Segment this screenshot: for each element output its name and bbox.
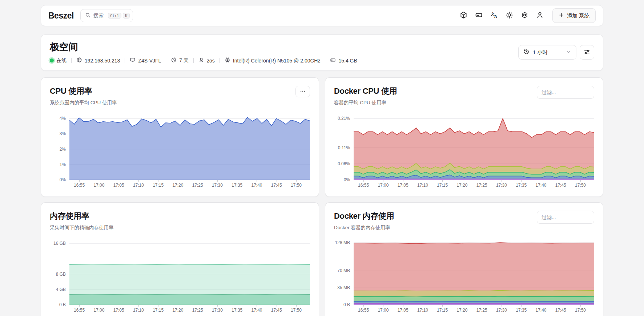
search-placeholder: 搜索 bbox=[93, 12, 104, 19]
x-axis-tick bbox=[99, 305, 99, 307]
x-axis-label: 17:30 bbox=[212, 308, 223, 313]
docker-memory-chart: 128 MB70 MB35 MB0 B 16:5517:0017:0517:10… bbox=[334, 241, 594, 314]
containers-button[interactable] bbox=[457, 9, 470, 22]
system-memory: 15.4 GB bbox=[325, 57, 362, 64]
x-axis-tick bbox=[237, 180, 237, 182]
chart-plot-area bbox=[69, 241, 310, 305]
chart-options-button[interactable] bbox=[580, 45, 594, 60]
y-axis-label: 0.11% bbox=[338, 145, 350, 150]
search-input[interactable]: 搜索 Ctrl K bbox=[80, 9, 133, 22]
x-axis-tick bbox=[580, 305, 581, 307]
history-icon bbox=[523, 49, 530, 56]
systems-button[interactable] bbox=[472, 9, 486, 22]
card-subtitle: Docker 容器的内存使用率 bbox=[334, 224, 394, 231]
y-axis-label: 35 MB bbox=[337, 285, 350, 290]
svg-text:A: A bbox=[494, 14, 497, 19]
x-axis-label: 16:55 bbox=[74, 308, 85, 313]
docker-cpu-filter-input[interactable] bbox=[537, 86, 594, 99]
y-axis-label: 0.21% bbox=[338, 116, 350, 121]
theme-button[interactable] bbox=[503, 9, 516, 22]
x-axis-tick bbox=[482, 180, 482, 182]
status-badge: 在线 bbox=[50, 57, 71, 64]
time-range-select[interactable]: 1 小时 bbox=[518, 45, 576, 60]
card-memory-usage: 内存使用率 采集时间下的精确内存使用率 16 GB8 GB4 GB0 B 16:… bbox=[41, 202, 319, 316]
x-axis-tick bbox=[198, 305, 198, 307]
x-axis-tick bbox=[363, 180, 364, 182]
y-axis-label: 8 GB bbox=[56, 272, 66, 277]
x-axis-tick bbox=[158, 305, 158, 307]
x-axis-label: 17:15 bbox=[437, 308, 448, 313]
x-axis-label: 17:15 bbox=[153, 308, 164, 313]
system-hostname: Z4S-VJFL bbox=[125, 57, 166, 64]
user-button[interactable] bbox=[534, 9, 547, 22]
system-header: 极空间 在线 192.168.50.213 bbox=[41, 35, 603, 71]
system-cpu-model: Intel(R) Celeron(R) N5105 @ 2.00GHz bbox=[220, 57, 325, 64]
x-axis-label: 17:00 bbox=[378, 308, 389, 313]
x-axis-tick bbox=[296, 305, 297, 307]
add-system-button[interactable]: 添加 系统 bbox=[552, 8, 596, 23]
x-axis-tick bbox=[363, 305, 364, 307]
y-axis-label: 0.06% bbox=[338, 161, 350, 166]
x-axis-tick bbox=[237, 305, 237, 307]
x-axis-tick bbox=[119, 180, 119, 182]
card-subtitle: 系统范围内的平均 CPU 使用率 bbox=[50, 100, 117, 106]
memory-usage-chart: 16 GB8 GB4 GB0 B 16:5517:0017:0517:1017:… bbox=[50, 241, 310, 314]
header-controls: 1 小时 bbox=[518, 45, 594, 60]
x-axis-tick bbox=[462, 305, 462, 307]
x-axis-tick bbox=[79, 180, 80, 182]
y-axis-label: 4 GB bbox=[56, 287, 66, 292]
kbd-ctrl: Ctrl bbox=[108, 13, 121, 19]
clock-icon bbox=[171, 57, 177, 64]
cpu-more-options-button[interactable] bbox=[295, 86, 310, 97]
x-axis-label: 17:00 bbox=[93, 183, 104, 188]
plus-icon bbox=[559, 12, 564, 19]
settings-button[interactable] bbox=[518, 9, 531, 22]
y-axis-label: 128 MB bbox=[335, 240, 350, 245]
x-axis-label: 17:20 bbox=[456, 308, 467, 313]
containers-icon bbox=[460, 11, 467, 20]
theme-sun-icon bbox=[506, 11, 513, 20]
docker-memory-filter-input[interactable] bbox=[537, 211, 594, 224]
y-axis: 4%3%2%1%0% bbox=[50, 116, 69, 180]
card-title: CPU 使用率 bbox=[50, 86, 117, 97]
card-title: Docker CPU 使用 bbox=[334, 86, 397, 97]
x-axis-label: 17:50 bbox=[291, 308, 302, 313]
x-axis-label: 17:40 bbox=[535, 183, 546, 188]
x-axis-tick bbox=[79, 305, 80, 307]
x-axis-label: 17:35 bbox=[232, 183, 242, 188]
x-axis-tick bbox=[403, 180, 403, 182]
system-meta: 在线 192.168.50.213 Z4S-VJFL bbox=[50, 57, 362, 64]
settings-gear-icon bbox=[521, 11, 528, 20]
language-icon: 文A bbox=[490, 11, 498, 20]
x-axis-tick bbox=[383, 180, 383, 182]
system-uptime: 7 天 bbox=[166, 57, 193, 64]
hostname-value: Z4S-VJFL bbox=[138, 58, 161, 64]
x-axis-label: 17:20 bbox=[172, 183, 183, 188]
x-axis-label: 17:45 bbox=[271, 308, 282, 313]
x-axis-tick bbox=[502, 305, 502, 307]
x-axis-label: 17:25 bbox=[476, 183, 487, 188]
x-axis-label: 17:25 bbox=[476, 308, 487, 313]
x-axis-tick bbox=[257, 305, 257, 307]
sliders-icon bbox=[584, 49, 590, 56]
y-axis-label: 0% bbox=[60, 177, 66, 182]
x-axis-label: 16:55 bbox=[358, 308, 369, 313]
x-axis-label: 17:50 bbox=[575, 308, 586, 313]
monitor-icon bbox=[130, 57, 136, 64]
x-axis-tick bbox=[277, 305, 277, 307]
x-axis-label: 17:05 bbox=[113, 308, 124, 313]
x-axis-tick bbox=[138, 180, 139, 182]
x-axis-tick bbox=[217, 180, 218, 182]
y-axis: 0.21%0.11%0.06%0% bbox=[334, 116, 354, 180]
y-axis-label: 70 MB bbox=[337, 268, 350, 273]
card-docker-memory: Docker 内存使用 Docker 容器的内存使用率 128 MB70 MB3… bbox=[325, 202, 603, 316]
x-axis-tick bbox=[277, 180, 277, 182]
x-axis-label: 17:10 bbox=[417, 183, 428, 188]
chart-plot-area bbox=[69, 116, 310, 180]
language-button[interactable]: 文A bbox=[488, 9, 501, 22]
status-label: 在线 bbox=[56, 57, 67, 64]
top-navbar: Beszel 搜索 Ctrl K bbox=[41, 5, 603, 26]
ellipsis-icon bbox=[299, 88, 306, 96]
server-icon bbox=[475, 11, 483, 20]
x-axis-tick bbox=[502, 180, 502, 182]
